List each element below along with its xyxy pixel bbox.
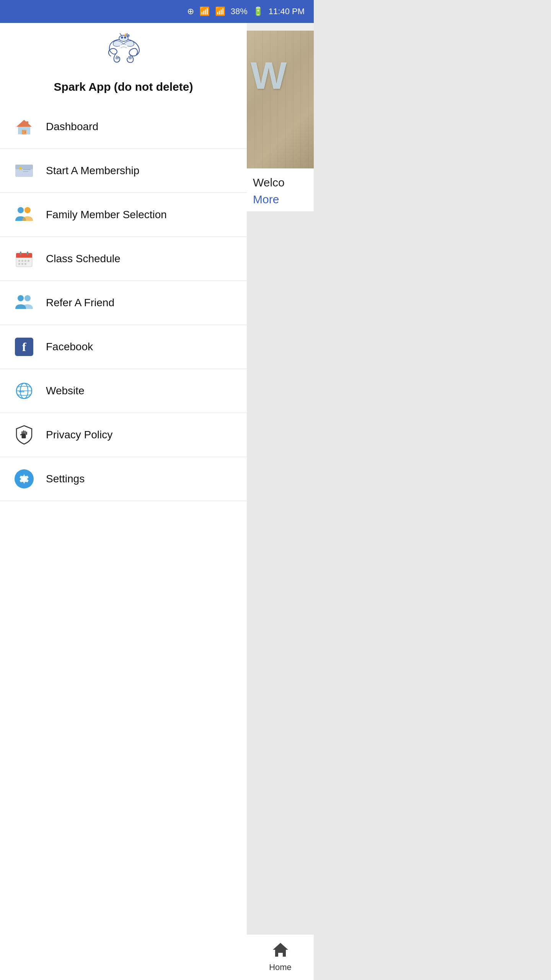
family-icon [14,204,34,225]
svg-point-29 [24,295,31,301]
svg-rect-38 [24,431,26,434]
settings-icon [14,469,34,489]
gear-icon [18,473,30,485]
image-letter: W [251,54,283,98]
svg-rect-27 [24,263,26,265]
svg-point-14 [18,207,24,213]
house-icon [15,118,33,136]
refer-friend-label: Refer A Friend [46,297,114,309]
privacy-policy-label: Privacy Policy [46,429,112,441]
svg-rect-37 [23,430,24,434]
signal-plus-icon: ⊕ [187,7,194,16]
class-schedule-label: Class Schedule [46,253,121,265]
calendar-icon [14,248,34,269]
svg-rect-39 [26,432,27,435]
battery-icon: 🔋 [253,7,263,16]
cell-signal-icon: 📶 [215,7,225,16]
svg-point-0 [119,35,128,41]
membership-icon [14,160,34,181]
svg-point-28 [18,295,24,301]
drawer-menu: Dashboard Start A Membership [0,105,247,980]
shield-hand-icon [15,425,33,445]
welcome-image: W [247,31,314,168]
app-logo [93,31,154,73]
calendar-svg-icon [15,249,34,268]
dashboard-label: Dashboard [46,121,98,133]
more-link[interactable]: More [253,193,308,206]
right-panel-content-area [247,211,314,980]
menu-item-settings[interactable]: Settings [0,457,247,501]
membership-card-icon [15,162,34,179]
svg-rect-18 [16,255,32,258]
family-member-label: Family Member Selection [46,209,167,221]
right-panel: ← W Welco More [247,0,314,980]
privacy-icon [14,425,34,445]
start-membership-label: Start A Membership [46,165,139,177]
svg-marker-7 [16,120,32,127]
svg-rect-25 [18,263,20,265]
time-text: 11:40 PM [269,7,305,16]
welcome-text: Welco [253,176,308,189]
home-tab-icon [272,942,289,961]
svg-marker-42 [273,943,288,957]
website-icon: www [14,381,34,401]
svg-point-3 [127,34,129,37]
welcome-card: Welco More [247,168,314,211]
svg-point-2 [124,37,126,38]
svg-rect-19 [20,252,21,255]
svg-rect-13 [23,171,28,172]
menu-item-class-schedule[interactable]: Class Schedule [0,237,247,281]
svg-point-1 [121,37,123,38]
people-icon [14,206,34,224]
settings-cog-wrap [15,469,34,488]
facebook-logo: f [15,338,33,356]
dashboard-icon [14,116,34,137]
menu-item-facebook[interactable]: f Facebook [0,325,247,369]
svg-rect-10 [15,165,33,169]
svg-rect-26 [21,263,23,265]
facebook-icon: f [14,336,34,357]
svg-rect-24 [28,260,29,262]
svg-point-6 [25,132,26,133]
wifi-icon: 📶 [199,7,210,16]
svg-rect-21 [18,260,20,262]
home-tab-label: Home [269,962,292,972]
home-icon [272,942,289,957]
dragon-logo-icon [95,33,152,71]
home-tab[interactable]: Home [247,934,314,980]
svg-rect-20 [27,252,28,255]
svg-point-15 [24,207,31,213]
svg-rect-22 [21,260,23,262]
battery-text: 38% [231,7,248,16]
settings-label: Settings [46,473,85,485]
globe-icon: www [15,381,34,400]
svg-text:www: www [19,390,24,393]
svg-rect-12 [23,169,31,170]
menu-item-dashboard[interactable]: Dashboard [0,105,247,149]
navigation-drawer: Spark App (do not delete) [0,0,247,980]
app-name-label: Spark App (do not delete) [46,80,201,93]
status-bar: ⊕ 📶 📶 38% 🔋 11:40 PM [0,0,314,23]
menu-item-family-member[interactable]: Family Member Selection [0,193,247,237]
menu-item-refer-friend[interactable]: Refer A Friend [0,281,247,325]
refer-people-icon [14,294,34,312]
website-label: Website [46,385,85,397]
menu-item-website[interactable]: www Website [0,369,247,413]
refer-icon [14,292,34,313]
menu-item-start-membership[interactable]: Start A Membership [0,149,247,193]
svg-rect-23 [24,260,26,262]
menu-item-privacy-policy[interactable]: Privacy Policy [0,413,247,457]
facebook-label: Facebook [46,341,93,353]
svg-rect-8 [26,121,28,125]
